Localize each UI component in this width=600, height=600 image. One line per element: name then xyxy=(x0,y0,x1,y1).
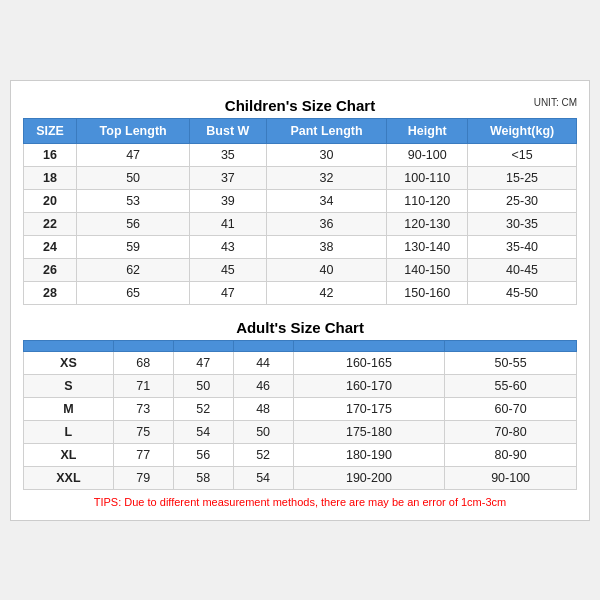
table-cell: 25-30 xyxy=(468,189,577,212)
table-cell: 28 xyxy=(24,281,77,304)
adult-col-header-pant-length xyxy=(233,340,293,351)
table-cell: 50 xyxy=(173,374,233,397)
table-row: S715046160-17055-60 xyxy=(24,374,577,397)
table-cell: 79 xyxy=(113,466,173,489)
table-cell: 40-45 xyxy=(468,258,577,281)
table-cell: 160-165 xyxy=(293,351,445,374)
table-cell: S xyxy=(24,374,114,397)
table-cell: 90-100 xyxy=(445,466,577,489)
table-cell: 36 xyxy=(266,212,387,235)
table-row: 1647353090-100<15 xyxy=(24,143,577,166)
table-cell: 77 xyxy=(113,443,173,466)
children-section-title: Children's Size Chart UNIT: CM xyxy=(23,91,577,118)
col-header-bust-w: Bust W xyxy=(190,118,266,143)
table-cell: XL xyxy=(24,443,114,466)
table-cell: 70-80 xyxy=(445,420,577,443)
table-cell: 90-100 xyxy=(387,143,468,166)
table-cell: 80-90 xyxy=(445,443,577,466)
table-cell: 175-180 xyxy=(293,420,445,443)
children-title-text: Children's Size Chart xyxy=(225,97,375,114)
table-cell: 30 xyxy=(266,143,387,166)
table-cell: M xyxy=(24,397,114,420)
adult-col-header-size xyxy=(24,340,114,351)
table-cell: 42 xyxy=(266,281,387,304)
table-cell: 56 xyxy=(77,212,190,235)
table-cell: <15 xyxy=(468,143,577,166)
table-cell: 71 xyxy=(113,374,173,397)
unit-label: UNIT: CM xyxy=(534,97,577,108)
table-cell: 46 xyxy=(233,374,293,397)
table-cell: 100-110 xyxy=(387,166,468,189)
table-cell: 32 xyxy=(266,166,387,189)
table-cell: 58 xyxy=(173,466,233,489)
col-header-height: Height xyxy=(387,118,468,143)
table-cell: 130-140 xyxy=(387,235,468,258)
table-cell: 43 xyxy=(190,235,266,258)
table-cell: 47 xyxy=(173,351,233,374)
table-cell: 48 xyxy=(233,397,293,420)
table-cell: 180-190 xyxy=(293,443,445,466)
adult-size-table: XS684744160-16550-55S715046160-17055-60M… xyxy=(23,340,577,490)
table-cell: 65 xyxy=(77,281,190,304)
table-cell: 47 xyxy=(77,143,190,166)
table-cell: 75 xyxy=(113,420,173,443)
table-row: 28654742150-16045-50 xyxy=(24,281,577,304)
table-row: M735248170-17560-70 xyxy=(24,397,577,420)
table-cell: 45-50 xyxy=(468,281,577,304)
table-row: XL775652180-19080-90 xyxy=(24,443,577,466)
table-cell: 50 xyxy=(77,166,190,189)
table-cell: 68 xyxy=(113,351,173,374)
table-row: 24594338130-14035-40 xyxy=(24,235,577,258)
table-cell: 20 xyxy=(24,189,77,212)
table-cell: 59 xyxy=(77,235,190,258)
table-cell: 35 xyxy=(190,143,266,166)
table-cell: 38 xyxy=(266,235,387,258)
col-header-top-length: Top Length xyxy=(77,118,190,143)
col-header-pant-length: Pant Length xyxy=(266,118,387,143)
adult-title-text: Adult's Size Chart xyxy=(236,319,364,336)
adult-col-header-top-length xyxy=(113,340,173,351)
table-cell: 55-60 xyxy=(445,374,577,397)
table-cell: 39 xyxy=(190,189,266,212)
table-cell: 15-25 xyxy=(468,166,577,189)
table-cell: 62 xyxy=(77,258,190,281)
table-cell: XXL xyxy=(24,466,114,489)
table-cell: 120-130 xyxy=(387,212,468,235)
table-cell: 26 xyxy=(24,258,77,281)
table-cell: 160-170 xyxy=(293,374,445,397)
table-cell: 150-160 xyxy=(387,281,468,304)
table-cell: 50-55 xyxy=(445,351,577,374)
table-cell: 56 xyxy=(173,443,233,466)
table-row: 18503732100-11015-25 xyxy=(24,166,577,189)
children-header-row: SIZE Top Length Bust W Pant Length Heigh… xyxy=(24,118,577,143)
adult-col-header-height xyxy=(293,340,445,351)
size-chart-container: Children's Size Chart UNIT: CM SIZE Top … xyxy=(10,80,590,521)
table-cell: XS xyxy=(24,351,114,374)
table-cell: 53 xyxy=(77,189,190,212)
table-cell: 140-150 xyxy=(387,258,468,281)
adult-col-header-bust-w xyxy=(173,340,233,351)
table-cell: 60-70 xyxy=(445,397,577,420)
table-cell: 16 xyxy=(24,143,77,166)
table-row: XS684744160-16550-55 xyxy=(24,351,577,374)
adult-header-row xyxy=(24,340,577,351)
table-cell: 52 xyxy=(233,443,293,466)
table-cell: 190-200 xyxy=(293,466,445,489)
table-cell: 24 xyxy=(24,235,77,258)
table-row: XXL795854190-20090-100 xyxy=(24,466,577,489)
table-cell: 170-175 xyxy=(293,397,445,420)
adult-section-title: Adult's Size Chart xyxy=(23,313,577,340)
table-row: 26624540140-15040-45 xyxy=(24,258,577,281)
col-header-size: SIZE xyxy=(24,118,77,143)
table-cell: 37 xyxy=(190,166,266,189)
table-cell: 54 xyxy=(173,420,233,443)
table-cell: 30-35 xyxy=(468,212,577,235)
table-cell: 44 xyxy=(233,351,293,374)
tips-text: TIPS: Due to different measurement metho… xyxy=(23,490,577,510)
table-cell: 41 xyxy=(190,212,266,235)
table-cell: 47 xyxy=(190,281,266,304)
adult-col-header-weight xyxy=(445,340,577,351)
col-header-weight: Weight(kg) xyxy=(468,118,577,143)
table-cell: 35-40 xyxy=(468,235,577,258)
table-cell: 45 xyxy=(190,258,266,281)
